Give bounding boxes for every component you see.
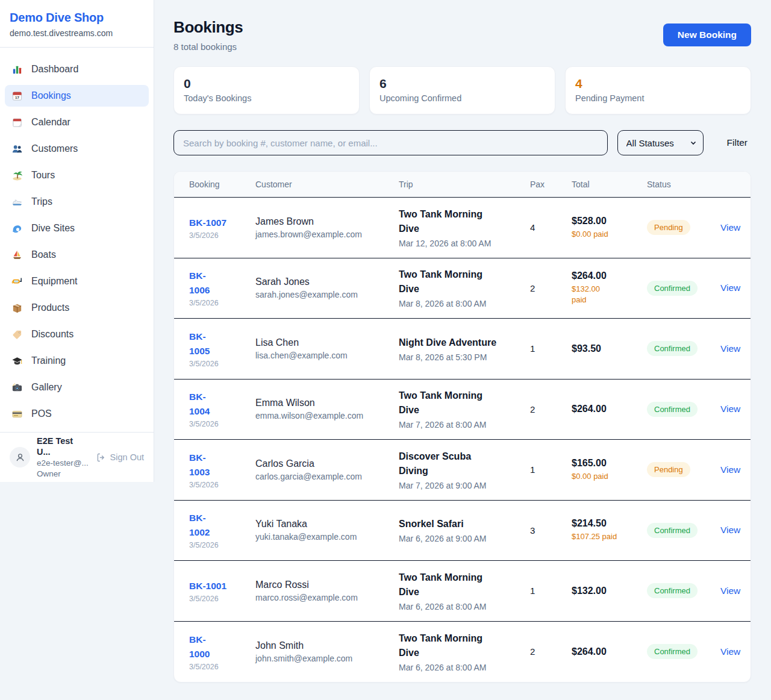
main-content: Bookings 8 total bookings New Booking 0 … [154,0,771,683]
trip-cell: Snorkel Safari Mar 6, 2026 at 9:00 AM [399,517,530,543]
total-amount: $264.00 [572,646,647,657]
sign-out-button[interactable]: Sign Out [96,452,144,463]
new-booking-button[interactable]: New Booking [663,23,751,46]
table-row: BK- 1002 3/5/2026 Yuki Tanaka yuki.tanak… [174,501,751,561]
sidebar-item-label: Products [31,302,69,313]
sidebar-item-dashboard[interactable]: Dashboard [5,58,149,80]
col-header-total: Total [572,180,647,189]
sidebar-item-label: Dashboard [31,64,78,75]
avatar [10,447,30,467]
booking-cell: BK-1007 3/5/2026 [189,216,255,240]
status-filter-wrap: All Statuses [617,130,704,155]
shop-name: Demo Dive Shop [10,11,144,25]
sidebar-item-training[interactable]: Training [5,350,149,372]
sidebar-item-calendar[interactable]: Calendar [5,111,149,133]
page-title: Bookings [173,18,243,37]
view-link[interactable]: View [720,283,740,293]
sidebar-item-trips[interactable]: Trips [5,191,149,213]
booking-date: 3/5/2026 [189,360,255,368]
col-header-customer: Customer [255,180,399,189]
customer-name: Lisa Chen [255,337,399,348]
total-cell: $264.00 $132.00 paid [572,270,647,305]
booking-date: 3/5/2026 [189,420,255,428]
sidebar-item-label: Tours [31,170,55,181]
customer-cell: James Brown james.brown@example.com [255,216,399,239]
customer-email: yuki.tanaka@example.com [255,532,399,542]
view-link[interactable]: View [720,525,740,535]
sidebar-item-discounts[interactable]: Discounts [5,323,149,345]
sidebar-item-tours[interactable]: Tours [5,164,149,186]
customer-name: Carlos Garcia [255,458,399,469]
calendar-icon: 17 [11,90,23,102]
pax-value: 2 [530,646,572,657]
island-icon [11,169,23,181]
customer-cell: Marco Rossi marco.rossi@example.com [255,580,399,602]
sidebar: Demo Dive Shop demo.test.divestreams.com… [0,0,154,482]
booking-cell: BK- 1006 3/5/2026 [189,269,255,307]
booking-date: 3/5/2026 [189,481,255,489]
booking-date: 3/5/2026 [189,595,255,603]
sidebar-item-customers[interactable]: Customers [5,138,149,160]
status-badge: Confirmed [647,402,698,417]
booking-link[interactable]: BK- 1002 [189,511,210,540]
sailboat-icon [11,249,23,261]
booking-link[interactable]: BK- 1004 [189,390,210,419]
booking-link[interactable]: BK- 1005 [189,330,210,358]
booking-date: 3/5/2026 [189,663,255,671]
booking-link[interactable]: BK- 1006 [189,269,210,298]
trip-time: Mar 7, 2026 at 9:00 AM [399,481,530,490]
graduation-cap-icon [11,355,23,367]
trip-name: Night Dive Adventure [399,336,530,350]
total-cell: $93.50 [572,343,647,354]
trip-name: Two Tank Morning Dive [399,207,530,236]
booking-link[interactable]: BK-1001 [189,579,226,593]
status-badge: Confirmed [647,583,698,598]
booking-cell: BK- 1000 3/5/2026 [189,633,255,671]
paid-amount: $132.00 paid [572,284,647,305]
trip-cell: Two Tank Morning Dive Mar 6, 2026 at 8:0… [399,570,530,611]
sidebar-item-pos[interactable]: POS [5,403,149,425]
sidebar-item-bookings[interactable]: 17 Bookings [5,85,149,107]
user-name: E2E Test U... [37,436,89,458]
booking-link[interactable]: BK- 1003 [189,451,210,480]
sidebar-item-boats[interactable]: Boats [5,244,149,266]
trip-cell: Discover Scuba Diving Mar 7, 2026 at 9:0… [399,449,530,490]
booking-link[interactable]: BK- 1000 [189,633,210,661]
total-cell: $264.00 [572,404,647,414]
customer-name: James Brown [255,216,399,227]
booking-link[interactable]: BK-1007 [189,216,226,230]
total-amount: $132.00 [572,586,647,596]
camera-icon [11,381,23,393]
view-link[interactable]: View [720,464,740,475]
sidebar-item-label: Trips [31,196,52,207]
status-filter-select[interactable]: All Statuses [617,130,704,155]
view-link[interactable]: View [720,646,740,657]
col-header-pax: Pax [530,180,572,189]
sidebar-item-gallery[interactable]: Gallery [5,377,149,398]
sidebar-item-label: Discounts [31,329,73,340]
person-icon [14,452,26,463]
sidebar-item-label: Calendar [31,117,70,128]
customer-email: lisa.chen@example.com [255,351,399,360]
trip-cell: Two Tank Morning Dive Mar 7, 2026 at 8:0… [399,389,530,430]
sidebar-item-products[interactable]: Products [5,297,149,319]
view-link[interactable]: View [720,404,740,414]
tag-icon [11,328,23,340]
booking-cell: BK- 1005 3/5/2026 [189,330,255,368]
customer-email: carlos.garcia@example.com [255,472,399,481]
booking-cell: BK-1001 3/5/2026 [189,579,255,603]
stat-card-today's-bookings: 0 Today's Bookings [173,66,360,114]
status-cell: Pending [647,462,720,477]
sidebar-header: Demo Dive Shop demo.test.divestreams.com [0,0,154,48]
view-link[interactable]: View [720,343,740,354]
status-badge: Confirmed [647,281,698,296]
page-subtitle: 8 total bookings [173,42,243,52]
filter-button[interactable]: Filter [723,137,751,148]
trip-time: Mar 6, 2026 at 9:00 AM [399,534,530,543]
sidebar-item-dive-sites[interactable]: Dive Sites [5,217,149,239]
view-link[interactable]: View [720,586,740,596]
sidebar-item-equipment[interactable]: Equipment [5,270,149,292]
search-input[interactable] [173,130,608,155]
package-icon [11,302,23,314]
view-link[interactable]: View [720,222,740,233]
